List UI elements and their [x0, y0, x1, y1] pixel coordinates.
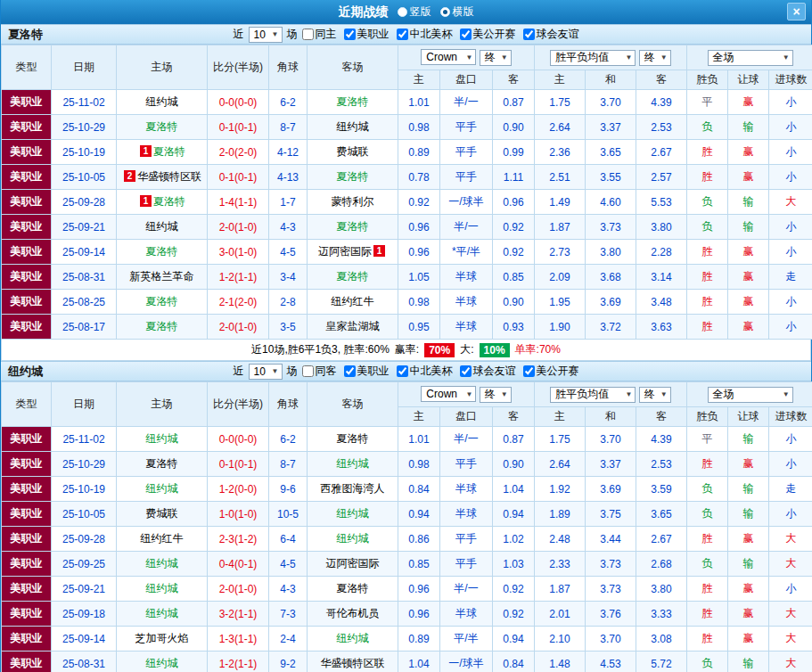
checkbox-input[interactable]: [344, 29, 356, 40]
scope-select[interactable]: 全场 ▼: [708, 387, 793, 403]
league-checkbox[interactable]: 美公开赛: [523, 364, 579, 379]
home-team[interactable]: 纽约城: [146, 95, 178, 108]
away-team[interactable]: 夏洛特: [337, 432, 369, 445]
bookmaker-select[interactable]: Crown ▼: [421, 386, 476, 402]
corner-count: 3-5: [269, 315, 308, 340]
home-team[interactable]: 纽约城: [146, 482, 178, 495]
league-checkbox[interactable]: 球会友谊: [523, 27, 579, 42]
layout-radio-vertical[interactable]: 竖版: [398, 4, 431, 20]
handicap-line: 半球: [440, 290, 493, 315]
league-checkbox[interactable]: 中北美杯: [397, 364, 453, 379]
scope-select[interactable]: 全场 ▼: [708, 50, 793, 66]
away-team-cell: 纽约城: [308, 452, 398, 477]
radio-icon[interactable]: [398, 7, 407, 17]
league-checkbox[interactable]: 美职业: [344, 27, 390, 42]
away-team[interactable]: 纽约城: [337, 120, 369, 133]
away-team[interactable]: 夏洛特: [337, 270, 369, 283]
checkbox-label: 美公开赛: [473, 27, 516, 42]
away-team[interactable]: 纽约城: [337, 507, 369, 520]
checkbox-input[interactable]: [523, 365, 535, 377]
league-checkbox[interactable]: 球会友谊: [460, 364, 516, 379]
near-count-select[interactable]: 10 ▼: [249, 364, 283, 380]
away-team[interactable]: 哥伦布机员: [326, 607, 380, 619]
layout-radio-horizontal[interactable]: 横版: [440, 4, 474, 20]
checkbox-input[interactable]: [523, 29, 535, 40]
score: 1-3(1-1): [208, 627, 269, 652]
home-team[interactable]: 夏洛特: [146, 120, 178, 133]
handicap-away-odds: 0.92: [493, 602, 535, 627]
handicap-time-select[interactable]: 终 ▼: [480, 50, 512, 66]
result-goals: 小: [769, 290, 812, 315]
away-team[interactable]: 纽约城: [337, 457, 369, 470]
away-team[interactable]: 夏洛特: [337, 170, 369, 183]
close-icon[interactable]: ×: [787, 3, 806, 20]
europe-lose-odds: 3.33: [636, 602, 687, 627]
handicap-line: 半/一: [440, 215, 493, 240]
away-team[interactable]: 夏洛特: [337, 220, 369, 233]
europe-odds-select[interactable]: 胜平负均值 ▼: [550, 50, 636, 66]
home-team[interactable]: 纽约红牛: [141, 532, 184, 545]
europe-win-odds: 1.90: [535, 315, 586, 340]
home-team[interactable]: 夏洛特: [146, 320, 178, 332]
away-team[interactable]: 西雅图海湾人: [321, 482, 385, 495]
away-team[interactable]: 迈阿密国际: [326, 557, 380, 570]
corner-count: 9-2: [269, 652, 308, 672]
corner-count: 1-7: [269, 190, 308, 215]
home-team[interactable]: 芝加哥火焰: [135, 632, 189, 644]
home-team[interactable]: 纽约城: [146, 432, 178, 445]
away-team[interactable]: 费城联: [337, 145, 369, 158]
near-count-select[interactable]: 10 ▼: [249, 27, 283, 43]
home-team[interactable]: 夏洛特: [153, 195, 185, 208]
europe-time-select[interactable]: 终 ▼: [639, 50, 671, 66]
league-checkbox[interactable]: 同客: [302, 364, 337, 379]
result-goals: 走: [769, 265, 812, 290]
league-type: 美职业: [2, 290, 52, 315]
checkbox-input[interactable]: [460, 365, 472, 377]
away-team-cell: 纽约城: [308, 527, 398, 552]
away-team[interactable]: 华盛顿特区联: [321, 657, 385, 669]
away-team[interactable]: 夏洛特: [337, 582, 369, 594]
away-team-cell: 费城联: [308, 140, 398, 165]
away-team[interactable]: 纽约城: [337, 532, 369, 545]
match-row: 美职业 25-08-31 新英格兰革命 1-2(1-1) 3-4 夏洛特 1.0…: [2, 265, 812, 290]
home-team[interactable]: 费城联: [146, 507, 178, 520]
checkbox-input[interactable]: [397, 365, 408, 377]
away-team[interactable]: 迈阿密国际: [318, 245, 372, 258]
checkbox-input[interactable]: [460, 29, 472, 40]
bookmaker-select[interactable]: Crown ▼: [421, 49, 476, 65]
handicap-time-select[interactable]: 终 ▼: [480, 387, 512, 403]
home-team[interactable]: 华盛顿特区联: [137, 170, 201, 183]
home-team[interactable]: 纽约城: [146, 557, 178, 570]
league-checkbox[interactable]: 美公开赛: [460, 27, 516, 42]
home-team[interactable]: 纽约城: [146, 582, 178, 594]
europe-odds-select[interactable]: 胜平负均值 ▼: [550, 387, 636, 403]
home-team[interactable]: 夏洛特: [146, 457, 178, 470]
score: 2-3(1-2): [208, 527, 269, 552]
radio-icon[interactable]: [440, 7, 450, 17]
home-team[interactable]: 夏洛特: [146, 245, 178, 258]
result-handicap: 赢: [728, 452, 769, 477]
home-team[interactable]: 新英格兰革命: [130, 270, 194, 283]
home-team[interactable]: 纽约城: [146, 220, 178, 233]
league-checkbox[interactable]: 中北美杯: [397, 27, 453, 42]
home-team[interactable]: 纽约城: [146, 607, 178, 619]
away-team[interactable]: 夏洛特: [337, 95, 369, 108]
league-checkbox[interactable]: 同主: [302, 27, 337, 42]
match-date: 25-10-05: [52, 502, 117, 527]
league-type: 美职业: [2, 627, 52, 652]
result-goals: 小: [769, 452, 812, 477]
checkbox-input[interactable]: [302, 365, 314, 377]
home-team[interactable]: 夏洛特: [146, 295, 178, 307]
league-checkbox[interactable]: 美职业: [344, 364, 390, 379]
away-team[interactable]: 皇家盐湖城: [326, 320, 380, 332]
away-team[interactable]: 纽约城: [337, 632, 369, 644]
home-team[interactable]: 夏洛特: [153, 145, 185, 158]
europe-time-select[interactable]: 终 ▼: [639, 387, 671, 403]
away-team[interactable]: 蒙特利尔: [332, 195, 374, 208]
checkbox-input[interactable]: [344, 365, 356, 377]
checkbox-label: 美职业: [357, 364, 390, 379]
away-team[interactable]: 纽约红牛: [332, 295, 374, 307]
checkbox-input[interactable]: [302, 29, 314, 40]
home-team[interactable]: 纽约城: [146, 657, 178, 669]
checkbox-input[interactable]: [397, 29, 408, 40]
